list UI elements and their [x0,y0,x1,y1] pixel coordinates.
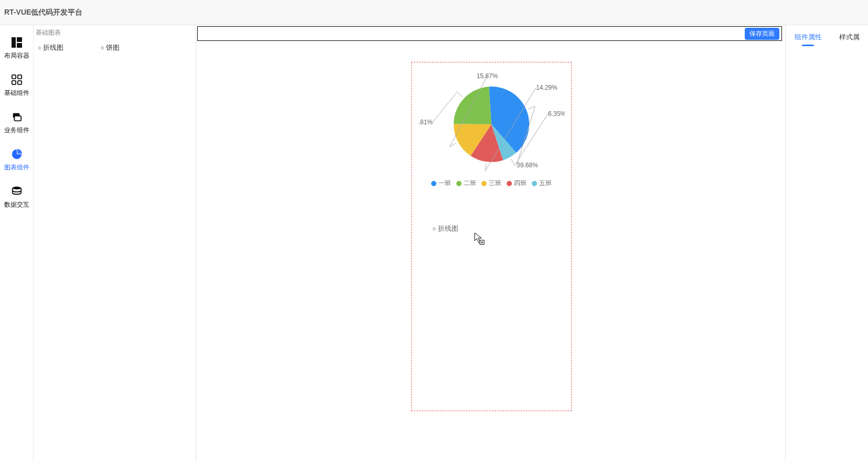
pie-chart-icon [10,147,24,161]
pie-label-3: 14.29% [536,84,558,91]
sidebar-item-label: 布局容器 [4,51,29,60]
right-property-panel: 组件属性 样式属 [785,25,868,462]
pie-slice-1 [454,87,491,124]
legend-dot-icon [431,181,436,186]
svg-point-9 [12,187,21,190]
legend-label: 三班 [489,179,501,188]
drag-ghost-line-chart[interactable]: ≡ 折线图 [433,224,458,233]
sidebar-item-layout-container[interactable]: 布局容器 [1,29,33,67]
icon-sidebar: 布局容器 基础组件 业务组件 图表组件 数据交互 [0,25,34,462]
drag-ghost-label: 折线图 [438,224,458,233]
legend-item-1[interactable]: 二班 [456,179,476,188]
legend-dot-icon [481,181,487,186]
palette-item-pie-chart[interactable]: ≡ 饼图 [97,41,159,55]
svg-rect-3 [12,75,15,79]
pie-label-0: 39.68% [517,162,538,169]
database-icon [10,185,24,198]
pie-chart: 39.68%23.81%15.87%14.29%6.35% [418,67,565,177]
layout-icon [10,36,24,49]
svg-rect-2 [17,43,22,48]
app-header: RT-VUE低代码开发平台 [0,0,868,25]
sidebar-item-label: 数据交互 [4,200,29,209]
legend-label: 四班 [514,179,527,188]
tab-component-props[interactable]: 组件属性 [794,30,823,46]
legend-dot-icon [532,181,537,186]
svg-rect-4 [17,75,21,79]
palette-item-label: 折线图 [43,43,63,52]
chart-legend: 一班二班三班四班五班 [431,179,552,188]
sidebar-item-data-exchange[interactable]: 数据交互 [1,178,33,216]
svg-rect-8 [14,116,21,121]
sidebar-item-business-components[interactable]: 业务组件 [1,104,33,141]
legend-item-0[interactable]: 一班 [431,179,451,188]
canvas-toolbar: 保存页面 [197,26,782,41]
legend-item-2[interactable]: 三班 [481,179,501,188]
save-page-button[interactable]: 保存页面 [745,28,779,40]
legend-dot-icon [456,181,462,186]
legend-label: 一班 [438,179,451,188]
sidebar-item-chart-components[interactable]: 图表组件 [1,141,33,178]
legend-label: 五班 [539,179,552,188]
cursor-copy-icon [474,232,485,248]
app-title: RT-VUE低代码开发平台 [4,8,82,17]
drag-handle-icon: ≡ [101,45,104,51]
svg-rect-0 [12,37,16,48]
tab-style-props[interactable]: 样式属 [838,30,861,46]
legend-label: 二班 [464,179,476,188]
canvas-area: 保存页面 39.68%23.81%15.87%14.29%6.35% 一班二班三… [196,25,785,462]
drag-handle-icon: ≡ [38,45,41,51]
component-palette: 基础图表 ≡ 折线图 ≡ 饼图 [34,25,196,462]
svg-rect-6 [17,81,21,84]
workspace: 布局容器 基础组件 业务组件 图表组件 数据交互 [0,25,868,462]
svg-rect-1 [17,37,22,42]
svg-rect-5 [12,81,15,84]
legend-item-4[interactable]: 五班 [532,179,552,188]
palette-section-title: 基础图表 [34,27,196,41]
sidebar-item-base-components[interactable]: 基础组件 [1,67,33,104]
pie-label-4: 6.35% [548,110,565,117]
dropped-pie-chart-component[interactable]: 39.68%23.81%15.87%14.29%6.35% 一班二班三班四班五班… [411,62,572,411]
pie-label-1: 23.81% [418,119,433,126]
svg-rect-10 [480,240,484,244]
drag-handle-icon: ≡ [433,225,436,232]
legend-dot-icon [507,181,512,186]
palette-item-line-chart[interactable]: ≡ 折线图 [34,41,97,55]
sidebar-item-label: 基础组件 [4,89,29,98]
stack-icon [10,110,24,124]
grid-icon [10,73,24,87]
pie-label-2: 15.87% [476,72,498,80]
sidebar-item-label: 图表组件 [4,163,29,172]
sidebar-item-label: 业务组件 [4,126,29,135]
palette-item-label: 饼图 [106,43,120,52]
legend-item-3[interactable]: 四班 [507,179,527,188]
canvas-stage[interactable]: 39.68%23.81%15.87%14.29%6.35% 一班二班三班四班五班… [197,41,785,462]
